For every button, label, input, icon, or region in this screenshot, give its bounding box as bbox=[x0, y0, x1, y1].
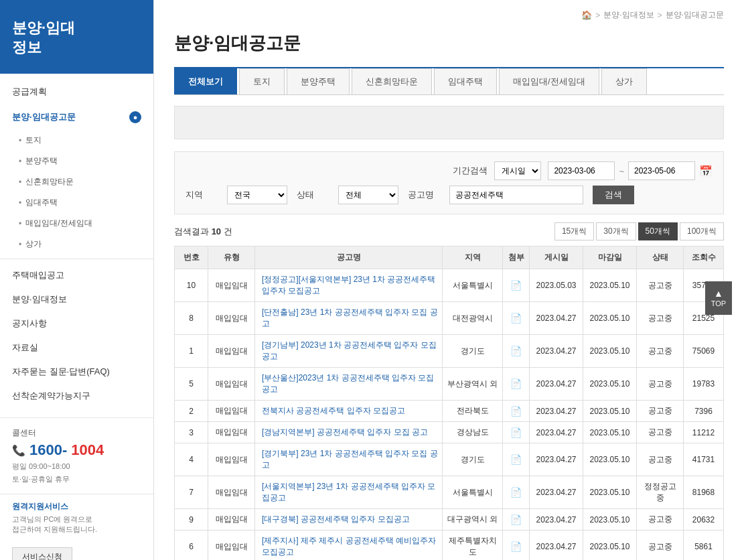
period-type-select[interactable]: 게시일 bbox=[494, 161, 541, 180]
sidebar-sub-item-rental[interactable]: 임대주택 bbox=[0, 192, 153, 213]
col-views: 조회수 bbox=[684, 247, 724, 269]
cell-views: 75069 bbox=[684, 335, 724, 368]
cell-attach: 📄 bbox=[503, 401, 530, 422]
cell-title[interactable]: [경기남부] 2023년 1차 공공전세주택 입주자 모집공고 bbox=[255, 335, 443, 368]
table-row[interactable]: 5 매입임대 [부산울산]2023년 1차 공공전세주택 입주자 모집 공고 부… bbox=[175, 368, 724, 401]
callcenter-label: 콜센터 bbox=[12, 427, 141, 439]
cell-title[interactable]: [부산울산]2023년 1차 공공전세주택 입주자 모집 공고 bbox=[255, 368, 443, 401]
sidebar-sub-item-purchase-rental[interactable]: 매입임대/전세임대 bbox=[0, 213, 153, 234]
cell-type: 매입임대 bbox=[208, 476, 255, 509]
tab-bar: 전체보기 토지 분양주택 신혼희망타운 임대주택 매입임대/전세임대 상가 bbox=[174, 68, 724, 95]
cell-title[interactable]: [서울지역본부] 23년 1차 공공전세주택 입주자 모집공고 bbox=[255, 476, 443, 509]
sidebar-item-faq[interactable]: 자주묻는 질문·답변(FAQ) bbox=[0, 360, 153, 384]
cell-views: 7396 bbox=[684, 401, 724, 422]
tab-purchase[interactable]: 매입임대/전세임대 bbox=[499, 68, 599, 94]
cell-attach: 📄 bbox=[503, 335, 530, 368]
sidebar: 분양·임대 정보 공급계획 분양·임대공고문 ● 토지 분양주택 신혼희망타운 bbox=[0, 0, 154, 560]
cell-title[interactable]: [경기북부] 23년 1차 공공전세주택 입주자 모집 공고 bbox=[255, 443, 443, 476]
cell-posted: 2023.04.27 bbox=[530, 509, 583, 531]
sidebar-sub-item-land[interactable]: 토지 bbox=[0, 130, 153, 151]
col-posted: 게시일 bbox=[530, 247, 583, 269]
page-size-30[interactable]: 30개씩 bbox=[596, 222, 636, 240]
sidebar-item-announcement[interactable]: 분양·임대공고문 ● bbox=[0, 104, 153, 130]
col-status: 상태 bbox=[637, 247, 684, 269]
cell-region: 경상남도 bbox=[443, 422, 503, 443]
table-row[interactable]: 6 매입임대 [제주지사] 제주 제주시 공공전세주택 예비입주자 모집공고 제… bbox=[175, 531, 724, 561]
attach-icon: 📄 bbox=[510, 280, 522, 291]
cell-region: 대구광역시 외 bbox=[443, 509, 503, 531]
date-from-input[interactable] bbox=[548, 161, 615, 180]
attach-icon: 📄 bbox=[510, 406, 522, 417]
cell-views: 19783 bbox=[684, 368, 724, 401]
sidebar-item-sale[interactable]: 주택매입공고 bbox=[0, 263, 153, 287]
cell-num: 5 bbox=[175, 368, 208, 401]
table-row[interactable]: 10 매입임대 [정정공고][서울지역본부] 23년 1차 공공전세주택 입주자… bbox=[175, 269, 724, 302]
top-button[interactable]: ▲ TOP bbox=[705, 281, 732, 315]
table-row[interactable]: 7 매입임대 [서울지역본부] 23년 1차 공공전세주택 입주자 모집공고 서… bbox=[175, 476, 724, 509]
table-row[interactable]: 9 매입임대 [대구경북] 공공전세주택 입주자 모집공고 대구광역시 외 📄 … bbox=[175, 509, 724, 531]
sidebar-item-supply[interactable]: 공급계획 bbox=[0, 79, 153, 104]
region-select[interactable]: 전국 bbox=[227, 186, 287, 204]
breadcrumb-item-1[interactable]: 분양·임대정보 bbox=[603, 9, 654, 21]
search-area: 기간검색 게시일 ~ 📅 지역 bbox=[174, 151, 724, 214]
tab-land[interactable]: 토지 bbox=[239, 68, 285, 94]
date-to-input[interactable] bbox=[628, 161, 695, 180]
callcenter-number: 📞 1600-1004 bbox=[12, 441, 141, 459]
name-label: 공고명 bbox=[408, 189, 440, 201]
cell-region: 제주특별자치도 bbox=[443, 531, 503, 561]
cell-deadline: 2023.05.10 bbox=[583, 476, 637, 509]
cell-title[interactable]: 전북지사 공공전세주택 입주자 모집공고 bbox=[255, 401, 443, 422]
tab-rental[interactable]: 임대주택 bbox=[434, 68, 497, 94]
cell-title[interactable]: [정정공고][서울지역본부] 23년 1차 공공전세주택 입주자 모집공고 bbox=[255, 269, 443, 302]
remote-title: 원격지원서비스 bbox=[12, 501, 141, 512]
tab-newlywed[interactable]: 신혼희망타운 bbox=[352, 68, 432, 94]
cell-num: 3 bbox=[175, 422, 208, 443]
cell-status: 공고중 bbox=[637, 401, 684, 422]
cell-posted: 2023.04.27 bbox=[530, 302, 583, 335]
status-select[interactable]: 전체 bbox=[338, 186, 398, 204]
calendar-icon[interactable]: 📅 bbox=[699, 165, 713, 178]
col-type: 유형 bbox=[208, 247, 255, 269]
table-row[interactable]: 3 매입임대 [경남지역본부] 공공전세주택 입주자 모집 공고 경상남도 📄 … bbox=[175, 422, 724, 443]
tab-all[interactable]: 전체보기 bbox=[174, 68, 237, 94]
cell-title[interactable]: [단전출남] 23년 1차 공공전세주택 입주자 모집 공고 bbox=[255, 302, 443, 335]
tab-house[interactable]: 분양주택 bbox=[287, 68, 350, 94]
attach-icon: 📄 bbox=[510, 427, 522, 438]
page-size-15[interactable]: 15개씩 bbox=[554, 222, 594, 240]
cell-num: 1 bbox=[175, 335, 208, 368]
sidebar-item-info[interactable]: 분양·임대정보 bbox=[0, 287, 153, 311]
table-row[interactable]: 8 매입임대 [단전출남] 23년 1차 공공전세주택 입주자 모집 공고 대전… bbox=[175, 302, 724, 335]
cell-views: 5861 bbox=[684, 531, 724, 561]
cell-status: 공고중 bbox=[637, 335, 684, 368]
sidebar-remote: 원격지원서비스 고객님의 PC에 원격으로 접근하여 지원해드립니다. bbox=[0, 494, 153, 542]
search-button[interactable]: 검색 bbox=[593, 186, 634, 204]
breadcrumb-item-2[interactable]: 분양·임대공고문 bbox=[666, 9, 724, 21]
page-size-100[interactable]: 100개씩 bbox=[680, 222, 724, 240]
cell-title[interactable]: [대구경북] 공공전세주택 입주자 모집공고 bbox=[255, 509, 443, 531]
cell-title[interactable]: [경남지역본부] 공공전세주택 입주자 모집 공고 bbox=[255, 422, 443, 443]
cell-region: 대전광역시 bbox=[443, 302, 503, 335]
tab-shop[interactable]: 상가 bbox=[601, 68, 647, 94]
sidebar-sub-item-house[interactable]: 분양주택 bbox=[0, 151, 153, 171]
sidebar-sub-item-newlywed[interactable]: 신혼희망타운 bbox=[0, 171, 153, 192]
callcenter-hours1: 평일 09:00~18:00 bbox=[12, 462, 141, 472]
name-input[interactable] bbox=[449, 186, 583, 204]
page-size-50[interactable]: 50개씩 bbox=[638, 222, 678, 240]
remote-service-button[interactable]: 서비스신청 bbox=[12, 547, 72, 560]
status-label: 상태 bbox=[297, 189, 329, 201]
home-icon[interactable]: 🏠 bbox=[581, 10, 592, 20]
table-row[interactable]: 2 매입임대 전북지사 공공전세주택 입주자 모집공고 전라북도 📄 2023.… bbox=[175, 401, 724, 422]
cell-title[interactable]: [제주지사] 제주 제주시 공공전세주택 예비입주자 모집공고 bbox=[255, 531, 443, 561]
cell-deadline: 2023.05.10 bbox=[583, 302, 637, 335]
top-label: TOP bbox=[711, 299, 726, 307]
table-row[interactable]: 4 매입임대 [경기북부] 23년 1차 공공전세주택 입주자 모집 공고 경기… bbox=[175, 443, 724, 476]
sidebar-sub-item-shop[interactable]: 상가 bbox=[0, 234, 153, 255]
attach-icon: 📄 bbox=[510, 514, 522, 525]
cell-attach: 📄 bbox=[503, 509, 530, 531]
sidebar-item-data[interactable]: 자료실 bbox=[0, 336, 153, 360]
sidebar-item-notice[interactable]: 공지사항 bbox=[0, 311, 153, 336]
sidebar-item-region[interactable]: 선착순계약가능지구 bbox=[0, 384, 153, 408]
table-row[interactable]: 1 매입임대 [경기남부] 2023년 1차 공공전세주택 입주자 모집공고 경… bbox=[175, 335, 724, 368]
remote-desc: 고객님의 PC에 원격으로 접근하여 지원해드립니다. bbox=[12, 514, 141, 535]
cell-deadline: 2023.05.10 bbox=[583, 422, 637, 443]
